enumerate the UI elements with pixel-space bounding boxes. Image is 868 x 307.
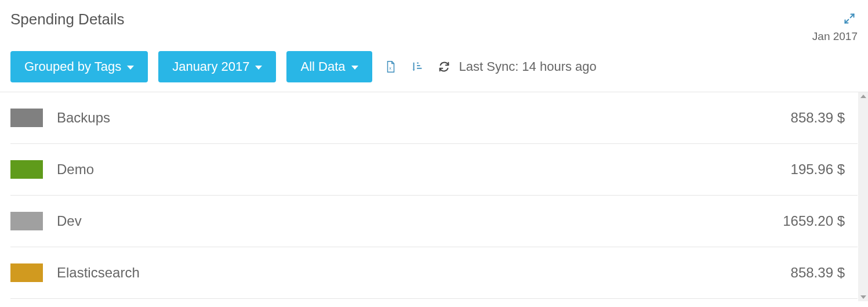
refresh-icon[interactable] [436, 59, 452, 75]
scrollbar[interactable] [858, 92, 868, 301]
color-swatch [10, 160, 43, 179]
page-title: Spending Details [10, 10, 125, 28]
last-sync-text: Last Sync: 14 hours ago [459, 59, 597, 74]
color-swatch [10, 212, 43, 230]
list-item[interactable]: Backups858.39 $ [10, 92, 858, 144]
row-amount: 858.39 $ [791, 265, 858, 281]
chevron-down-icon [351, 66, 358, 70]
row-label: Demo [57, 161, 791, 178]
svg-rect-2 [417, 65, 420, 66]
scroll-thumb[interactable] [858, 100, 868, 295]
row-amount: 1659.20 $ [783, 213, 858, 229]
expand-icon[interactable] [841, 10, 858, 27]
row-label: Elasticsearch [57, 265, 791, 281]
svg-rect-3 [417, 68, 422, 69]
list-item[interactable]: Elasticsearch858.39 $ [10, 247, 858, 299]
color-swatch [10, 109, 43, 127]
row-label: Backups [57, 110, 791, 126]
export-excel-icon[interactable]: x [383, 59, 399, 75]
svg-rect-1 [417, 63, 419, 64]
date-range-label: January 2017 [172, 59, 249, 74]
chevron-down-icon [255, 66, 262, 70]
toolbar: Grouped by Tags January 2017 All Data x … [0, 51, 868, 92]
row-amount: 195.96 $ [791, 161, 858, 178]
row-label: Dev [57, 213, 783, 229]
svg-text:x: x [389, 66, 391, 71]
color-swatch [10, 263, 43, 282]
date-range-dropdown[interactable]: January 2017 [158, 51, 276, 82]
scroll-down-icon[interactable] [860, 295, 866, 299]
data-filter-label: All Data [300, 59, 345, 74]
spending-list: Backups858.39 $Demo195.96 $Dev1659.20 $E… [0, 92, 868, 299]
scroll-up-icon[interactable] [860, 95, 866, 98]
data-filter-dropdown[interactable]: All Data [286, 51, 372, 82]
group-by-dropdown[interactable]: Grouped by Tags [10, 51, 148, 82]
group-by-label: Grouped by Tags [24, 59, 121, 74]
chevron-down-icon [127, 66, 134, 70]
row-amount: 858.39 $ [791, 110, 858, 126]
sort-icon[interactable] [409, 59, 426, 75]
period-label: Jan 2017 [812, 30, 858, 43]
list-item[interactable]: Dev1659.20 $ [10, 196, 858, 247]
list-item[interactable]: Demo195.96 $ [10, 144, 858, 196]
